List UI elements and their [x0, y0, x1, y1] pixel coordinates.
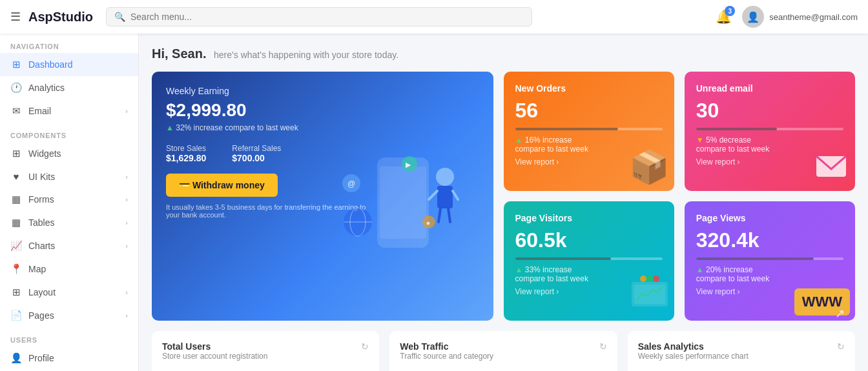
page-views-change: ▲ 20% increasecompare to last week — [696, 265, 843, 283]
sidebar-section-components: Components — [0, 123, 138, 142]
web-traffic-refresh-icon[interactable]: ↻ — [599, 341, 607, 352]
new-orders-label: New Orders — [515, 83, 663, 94]
search-bar[interactable]: 🔍 — [106, 7, 532, 26]
sidebar-item-label-forms: Forms — [28, 194, 54, 205]
weekly-earning-card: Weekly Earning $2,999.80 ▲ 32% increase … — [152, 72, 493, 321]
total-users-card: Total Users Store user account registrat… — [152, 331, 379, 371]
unread-email-progress — [696, 128, 843, 130]
sidebar-item-label-pages: Pages — [28, 310, 54, 321]
chevron-down-icon: › — [125, 312, 128, 319]
store-sales-label: Store Sales — [166, 144, 206, 153]
dashboard-icon: ⊞ — [10, 59, 22, 70]
sidebar-item-tables[interactable]: ▦Tables› — [0, 211, 138, 234]
store-sales-value: $1,629.80 — [166, 153, 206, 163]
search-input[interactable] — [130, 12, 524, 22]
chevron-down-icon: › — [125, 219, 128, 226]
total-users-refresh-icon[interactable]: ↻ — [361, 341, 369, 352]
content-area: Hi, Sean. here's what's happening with y… — [139, 34, 868, 371]
weekly-note: It usually takes 3-5 business days for t… — [166, 203, 373, 219]
new-orders-illustration: 📦 — [629, 148, 669, 186]
sidebar-item-forms[interactable]: ▦Forms› — [0, 188, 138, 211]
sidebar-item-widgets[interactable]: ⊞Widgets — [0, 142, 138, 165]
web-traffic-title: Web Traffic — [400, 341, 493, 352]
chevron-down-icon: › — [125, 196, 128, 203]
uikits-icon: ♥ — [10, 171, 22, 182]
sidebar-item-dashboard[interactable]: ⊞Dashboard — [0, 53, 138, 76]
page-views-illustration: WWW ↗ — [794, 288, 850, 316]
sidebar-item-email[interactable]: ✉Email› — [0, 99, 138, 123]
greeting-name: Hi, Sean. — [152, 46, 206, 61]
sidebar-section-users: Users — [0, 327, 138, 346]
weekly-stats: Store Sales $1,629.80 Referral Sales $70… — [166, 144, 479, 163]
page-visitors-value: 60.5k — [515, 228, 663, 252]
chevron-down-icon: › — [125, 288, 128, 296]
sidebar-item-label-tables: Tables — [28, 217, 54, 228]
email-icon: ✉ — [10, 105, 22, 117]
sidebar-item-charts[interactable]: 📈Charts› — [0, 234, 138, 257]
sidebar-item-profile[interactable]: 👤Profile — [0, 346, 138, 370]
page-views-bar — [696, 257, 814, 260]
sidebar-item-pages[interactable]: 📄Pages› — [0, 304, 138, 327]
total-users-title: Total Users — [162, 341, 267, 352]
sidebar-item-label-analytics: Analytics — [28, 83, 65, 93]
svg-rect-0 — [377, 157, 429, 248]
unread-email-card: Unread email 30 ▼ 5% decreasecompare to … — [685, 72, 855, 191]
user-menu[interactable]: 👤 seantheme@gmail.com — [742, 6, 858, 28]
pages-icon: 📄 — [10, 310, 22, 321]
forms-icon: ▦ — [10, 194, 22, 205]
page-visitors-label: Page Visitors — [515, 213, 663, 223]
sidebar-item-label-dashboard: Dashboard — [28, 59, 73, 70]
charts-icon: 📈 — [10, 240, 22, 252]
sidebar-item-label-charts: Charts — [28, 241, 55, 251]
main-layout: Navigation⊞Dashboard🕐Analytics✉Email›Com… — [0, 34, 868, 371]
unread-email-label: Unread email — [696, 83, 843, 94]
referral-sales-value: $700.00 — [232, 153, 281, 163]
weekly-title: Weekly Earning — [166, 86, 479, 96]
top-row: Weekly Earning $2,999.80 ▲ 32% increase … — [152, 72, 855, 321]
weekly-increase: ▲ 32% increase compare to last week — [166, 123, 479, 132]
avatar: 👤 — [742, 6, 764, 28]
store-sales-stat: Store Sales $1,629.80 — [166, 144, 206, 163]
page-views-card: Page Views 320.4k ▲ 20% increasecompare … — [685, 201, 855, 321]
page-visitors-progress — [515, 257, 663, 260]
sidebar-item-label-widgets: Widgets — [28, 148, 61, 159]
search-icon: 🔍 — [114, 12, 125, 22]
app-logo: AspStudio — [28, 10, 93, 25]
header: ☰ AspStudio 🔍 🔔 3 👤 seantheme@gmail.com — [0, 0, 868, 34]
unread-email-value: 30 — [696, 99, 843, 123]
page-views-label: Page Views — [696, 213, 843, 223]
web-traffic-titles: Web Traffic Traffic source and category — [400, 341, 493, 367]
sidebar-item-label-uikits: UI Kits — [28, 172, 55, 182]
new-orders-card: New Orders 56 ▲ 16% increasecompare to l… — [504, 72, 674, 191]
svg-line-4 — [429, 191, 437, 199]
sidebar-item-label-layout: Layout — [28, 287, 56, 297]
sales-analytics-title: Sales Analytics — [638, 341, 749, 352]
sales-analytics-header: Sales Analytics Weekly sales performance… — [638, 341, 845, 367]
greeting-text: Hi, Sean. here's what's happening with y… — [152, 46, 398, 61]
total-users-titles: Total Users Store user account registrat… — [162, 341, 267, 367]
sidebar-item-label-profile: Profile — [28, 353, 54, 363]
sidebar-item-analytics[interactable]: 🕐Analytics — [0, 76, 138, 99]
widgets-icon: ⊞ — [10, 148, 22, 159]
total-users-sub: Store user account registration — [162, 352, 267, 361]
profile-icon: 👤 — [10, 352, 22, 364]
chevron-down-icon: › — [125, 173, 128, 181]
sidebar-item-uikits[interactable]: ♥UI Kits› — [0, 165, 138, 188]
sidebar-item-label-email: Email — [28, 106, 51, 116]
page-visitors-card: Page Visitors 60.5k ▲ 33% increasecompar… — [504, 201, 674, 321]
sidebar-item-layout[interactable]: ⊞Layout› — [0, 281, 138, 304]
notification-button[interactable]: 🔔 3 — [716, 9, 732, 25]
sales-analytics-refresh-icon[interactable]: ↻ — [837, 341, 845, 352]
svg-line-5 — [453, 191, 458, 199]
notification-badge: 3 — [725, 6, 735, 16]
withdraw-button[interactable]: 💳 Withdraw money — [166, 174, 278, 197]
sales-analytics-titles: Sales Analytics Weekly sales performance… — [638, 341, 749, 367]
page-visitors-illustration — [630, 276, 669, 316]
greeting: Hi, Sean. here's what's happening with y… — [152, 46, 855, 61]
weekly-amount: $2,999.80 — [166, 100, 479, 121]
sidebar-item-map[interactable]: 📍Map — [0, 257, 138, 281]
hamburger-icon[interactable]: ☰ — [10, 10, 21, 24]
svg-point-21 — [646, 276, 653, 282]
svg-rect-1 — [380, 166, 426, 239]
svg-point-8 — [342, 174, 360, 192]
